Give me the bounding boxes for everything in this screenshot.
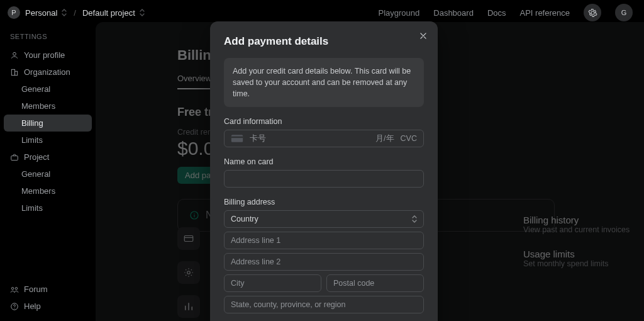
sidebar-item-org-members[interactable]: Members	[4, 98, 92, 115]
sidebar-item-org-general[interactable]: General	[4, 81, 92, 98]
sidebar-item-label: Your profile	[24, 50, 65, 60]
svg-rect-10	[231, 135, 243, 143]
modal-info-text: Add your credit card details below. This…	[224, 58, 424, 107]
chevron-updown-icon	[61, 9, 67, 16]
card-input-combined[interactable]: 卡号 月/年 CVC	[224, 130, 424, 147]
sidebar-item-organization[interactable]: Organization	[4, 64, 92, 81]
sidebar-item-forum[interactable]: Forum	[4, 281, 92, 298]
city-input[interactable]	[224, 274, 321, 292]
card-info-label: Card information	[224, 117, 424, 126]
credit-card-icon	[231, 134, 243, 143]
svg-point-5	[15, 287, 18, 290]
card-cvc-placeholder: CVC	[401, 134, 417, 143]
sidebar-item-label: Project	[24, 152, 49, 162]
billing-address-label: Billing address	[224, 198, 424, 206]
breadcrumb-workspace[interactable]: Personal	[25, 8, 67, 18]
help-icon	[10, 302, 19, 311]
close-icon	[419, 31, 428, 40]
briefcase-icon	[10, 153, 19, 162]
workspace-avatar[interactable]: P	[8, 6, 20, 19]
sidebar-item-label: General	[21, 169, 50, 179]
chevron-updown-icon	[139, 9, 145, 16]
svg-point-0	[13, 52, 16, 55]
address-line-2-input[interactable]	[224, 253, 424, 271]
country-select[interactable]: Country	[224, 210, 424, 228]
sidebar-item-label: Organization	[24, 67, 70, 77]
forum-icon	[10, 285, 19, 294]
settings-icon-button[interactable]	[584, 4, 601, 21]
card-number-placeholder: 卡号	[250, 133, 369, 144]
sidebar-item-your-profile[interactable]: Your profile	[4, 47, 92, 64]
breadcrumb-workspace-label: Personal	[25, 8, 57, 18]
add-payment-modal: Add payment details Add your credit card…	[210, 21, 438, 321]
sidebar-item-proj-members[interactable]: Members	[4, 183, 92, 200]
sidebar-item-help[interactable]: Help	[4, 298, 92, 315]
svg-rect-3	[11, 155, 18, 160]
address-line-1-input[interactable]	[224, 232, 424, 249]
sidebar-item-project[interactable]: Project	[4, 149, 92, 166]
breadcrumb-separator: /	[74, 8, 76, 18]
sidebar-item-org-billing[interactable]: Billing	[4, 115, 92, 132]
card-expiry-placeholder: 月/年	[375, 133, 394, 144]
name-on-card-input[interactable]	[224, 170, 424, 188]
nav-dashboard[interactable]: Dashboard	[433, 8, 474, 18]
state-region-input[interactable]	[224, 296, 424, 313]
sidebar-item-label: Help	[24, 301, 41, 311]
gear-icon	[588, 8, 597, 18]
sidebar-heading: SETTINGS	[4, 29, 92, 47]
sidebar-item-label: Billing	[21, 118, 43, 128]
modal-close-button[interactable]	[419, 31, 428, 40]
sidebar-item-proj-general[interactable]: General	[4, 166, 92, 183]
sidebar-item-org-limits[interactable]: Limits	[4, 132, 92, 149]
building-icon	[10, 68, 19, 77]
svg-point-4	[11, 287, 14, 290]
sidebar-item-label: Members	[21, 186, 55, 196]
sidebar-item-label: Members	[21, 101, 55, 111]
nav-playground[interactable]: Playground	[378, 8, 419, 18]
nav-docs[interactable]: Docs	[487, 8, 506, 18]
user-icon	[10, 51, 19, 60]
sidebar-item-label: Forum	[24, 284, 48, 294]
svg-rect-2	[15, 71, 18, 75]
nav-api-reference[interactable]: API reference	[520, 8, 570, 18]
breadcrumb-project-label: Default project	[82, 8, 135, 18]
country-select-text: Country	[224, 210, 424, 228]
postal-code-input[interactable]	[326, 274, 424, 292]
sidebar: SETTINGS Your profile Organization Gener…	[0, 25, 96, 321]
svg-rect-11	[231, 137, 243, 138]
top-right-nav: Playground Dashboard Docs API reference …	[378, 4, 633, 21]
sidebar-item-label: General	[21, 84, 50, 94]
user-avatar[interactable]: G	[615, 4, 633, 21]
modal-title: Add payment details	[224, 35, 424, 48]
sidebar-item-proj-limits[interactable]: Limits	[4, 200, 92, 217]
sidebar-item-label: Limits	[21, 135, 43, 145]
sidebar-item-label: Limits	[21, 203, 43, 213]
name-on-card-label: Name on card	[224, 157, 424, 166]
breadcrumb-project[interactable]: Default project	[82, 8, 145, 18]
svg-rect-1	[11, 69, 14, 75]
